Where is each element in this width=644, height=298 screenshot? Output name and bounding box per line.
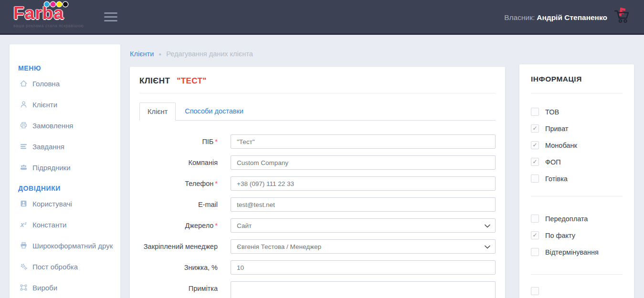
tasks-icon [18, 143, 29, 150]
po-faktu-checkbox[interactable]: ✓ [531, 231, 539, 239]
info-divider [531, 274, 623, 275]
source-select[interactable]: Сайт [231, 218, 496, 233]
tab-delivery-methods[interactable]: Способи доставки [177, 103, 251, 120]
hamburger-menu-icon[interactable] [104, 12, 117, 21]
sidebar-item-tasks[interactable]: Завдання [18, 136, 116, 157]
checkbox-group-partial [531, 287, 623, 295]
sidebar-item-post-processing[interactable]: Пост обробка [18, 256, 116, 277]
checkbox-group-payment-terms: Передоплата ✓ По факту Відтермінування [531, 215, 623, 256]
tab-bar: Клієнт Способи доставки [139, 103, 496, 121]
cmyk-dots-icon [44, 2, 68, 7]
field-label-source: Джерело* [139, 218, 218, 233]
breadcrumb: Клієнти ● Редагування даних клієнта [130, 50, 253, 58]
checkbox-label: Приват [545, 125, 569, 133]
monobank-checkbox[interactable]: ✓ [531, 141, 539, 149]
tov-checkbox[interactable] [531, 108, 539, 116]
checkbox-row-monobank[interactable]: ✓ Монобанк [531, 141, 623, 149]
pib-input[interactable] [231, 134, 496, 149]
sidebar-item-label: Завдання [32, 143, 64, 151]
owner-label: Власник: [504, 13, 535, 21]
source-select-wrap: Сайт [231, 218, 496, 233]
sidebar-item-wide-format-print[interactable]: Широкоформатний друк [18, 235, 116, 256]
client-edit-card: КЛІЄНТ "ТЕСТ" Клієнт Способи доставки ПІ… [130, 67, 505, 298]
logo-tagline: ваша реклама стала яскравішою [13, 23, 84, 28]
form-row: Примітка [139, 281, 496, 298]
sidebar-item-label: Клієнти [32, 101, 57, 109]
gotivka-checkbox[interactable] [531, 175, 539, 183]
constants-icon: x² [18, 221, 29, 228]
discount-input[interactable] [231, 260, 496, 275]
checkbox-row-tov[interactable]: ТОВ [531, 108, 623, 116]
required-asterisk: * [215, 180, 218, 187]
owner-info: Власник:Андрій Степаненко [504, 13, 607, 22]
checkbox-row-po-faktu[interactable]: ✓ По факту [531, 231, 623, 239]
farba-logo[interactable]: Farba ваша реклама стала яскравішою [13, 4, 84, 28]
checkbox-group-entity-types: ТОВ ✓ Приват ✓ Монобанк ✓ ФОП Готівка [531, 108, 623, 183]
cart-icon[interactable] [613, 7, 632, 26]
note-textarea[interactable] [231, 281, 496, 298]
field-label-manager: Закріплений менеджер [139, 239, 218, 254]
sidebar-item-label: Константи [32, 221, 66, 229]
sidebar-item-clients[interactable]: Клієнти [18, 94, 116, 115]
title-divider [139, 93, 496, 93]
sidebar-item-label: Широкоформатний друк [32, 242, 113, 250]
app-header: Farba ваша реклама стала яскравішою Влас… [0, 0, 644, 35]
manager-select[interactable]: Євгенія Тестова / Менеджер [231, 239, 496, 254]
peredoplata-checkbox[interactable] [531, 215, 539, 223]
sidebar-item-orders[interactable]: Замовлення [18, 115, 116, 136]
tab-client[interactable]: Клієнт [139, 103, 176, 121]
checkbox-label: Передоплата [545, 215, 588, 223]
form-row: Компанія [139, 155, 496, 170]
checkbox-row-partial[interactable] [531, 287, 623, 295]
form-row: Телефон* [139, 176, 496, 191]
form-row: E-mail [139, 197, 496, 212]
required-asterisk: * [215, 138, 218, 145]
fop-checkbox[interactable]: ✓ [531, 158, 539, 166]
field-label-note: Примітка [139, 281, 218, 296]
form-row: ПІБ* [139, 134, 496, 149]
info-panel: ІНФОРМАЦІЯ ТОВ ✓ Приват ✓ Монобанк ✓ ФОП… [519, 64, 634, 298]
sidebar-item-label: Підрядники [32, 164, 71, 172]
vidterminuvannya-checkbox[interactable] [531, 248, 539, 256]
sidebar-item-home[interactable]: Головна [18, 73, 116, 94]
company-input[interactable] [231, 155, 496, 170]
breadcrumb-current-page: Редагування даних клієнта [166, 50, 253, 58]
checkbox-row-gotivka[interactable]: Готівка [531, 175, 623, 183]
checkbox-label: Монобанк [545, 142, 577, 149]
breadcrumb-clients-link[interactable]: Клієнти [130, 50, 154, 58]
client-name-highlight: "ТЕСТ" [177, 76, 206, 86]
products-icon [18, 284, 29, 291]
client-form: ПІБ* Компанія Телефон* E-mail Джерело* С… [139, 134, 496, 298]
email-input[interactable] [231, 197, 496, 212]
pryvat-checkbox[interactable]: ✓ [531, 124, 539, 133]
checkbox-row-pryvat[interactable]: ✓ Приват [531, 124, 623, 133]
clients-icon [18, 101, 29, 108]
sidebar-item-label: Користувачі [32, 200, 72, 208]
field-label-company: Компанія [139, 155, 218, 170]
sidebar-section-menu: МЕНЮ [18, 64, 116, 72]
sidebar-item-products[interactable]: Вироби [18, 277, 116, 298]
info-divider [531, 196, 623, 196]
checkbox-label: Готівка [545, 175, 568, 183]
post-processing-icon [18, 263, 29, 270]
sidebar: МЕНЮ Головна Клієнти Замовлення Завдання… [10, 44, 120, 298]
manager-select-wrap: Євгенія Тестова / Менеджер [231, 239, 496, 254]
phone-input[interactable] [231, 176, 496, 191]
home-icon [18, 80, 29, 87]
info-divider [531, 93, 623, 93]
sidebar-item-contractors[interactable]: Підрядники [18, 157, 116, 178]
sidebar-item-label: Вироби [32, 284, 57, 292]
breadcrumb-separator: ● [158, 51, 161, 57]
form-row: Знижка, % [139, 260, 496, 275]
page-title: КЛІЄНТ [139, 76, 170, 86]
sidebar-item-users[interactable]: Користувачі [18, 193, 116, 214]
form-row: Закріплений менеджер Євгенія Тестова / М… [139, 239, 496, 254]
wide-print-icon [18, 242, 29, 249]
checkbox-row-fop[interactable]: ✓ ФОП [531, 158, 623, 166]
checkbox-row-vidterminuvannya[interactable]: Відтермінування [531, 248, 623, 256]
sidebar-item-constants[interactable]: x² Константи [18, 214, 116, 235]
checkbox-label: ТОВ [545, 108, 559, 116]
checkbox-row-peredoplata[interactable]: Передоплата [531, 215, 623, 223]
sidebar-item-label: Пост обробка [32, 263, 78, 271]
partial-checkbox[interactable] [531, 287, 539, 295]
